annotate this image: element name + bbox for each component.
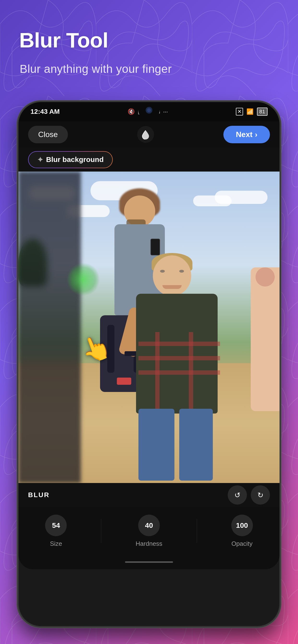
- toolbar: Close Next ›: [19, 121, 279, 148]
- x-mark-icon: ✕: [236, 108, 243, 116]
- close-button[interactable]: Close: [28, 126, 68, 143]
- person2-eye-left: [160, 270, 165, 273]
- bottom-action-bar: BLUR ↺ ↻: [19, 483, 279, 507]
- next-label: Next: [236, 130, 252, 139]
- page-title: Blur Tool: [19, 29, 108, 52]
- photo-area[interactable]: 👆: [19, 172, 279, 483]
- home-bar: [19, 555, 279, 569]
- size-slider[interactable]: 54 Size: [45, 514, 67, 548]
- person2-head: [153, 256, 191, 296]
- redo-icon: ↻: [257, 491, 263, 499]
- person2-eye-right: [179, 270, 184, 273]
- size-value: 54: [45, 514, 67, 536]
- blur-background-label: Blur background: [46, 156, 104, 164]
- next-button[interactable]: Next ›: [223, 126, 270, 143]
- hardness-value: 40: [138, 514, 160, 536]
- opacity-slider[interactable]: 100 Opacity: [231, 514, 253, 548]
- battery-level: 81: [259, 108, 265, 114]
- plaid-stripe-h3: [138, 370, 220, 375]
- battery-icon: 81: [257, 108, 267, 116]
- droplet-icon[interactable]: [137, 126, 154, 143]
- photo-background: 👆: [19, 172, 279, 483]
- status-time: 12:43 AM: [31, 108, 60, 116]
- sparkle-icon: ✦: [37, 156, 43, 164]
- hardness-label: Hardness: [135, 540, 162, 548]
- front-camera: [146, 107, 152, 114]
- next-arrow-icon: ›: [255, 130, 257, 139]
- blur-mode-label: BLUR: [28, 491, 50, 499]
- person2-jeans-left: [138, 409, 175, 480]
- phone-frame: 12:43 AM 🔇 ▣ 🔔 ⊞ ··· ✕ 📶 81: [17, 100, 281, 628]
- home-bar-line: [125, 561, 173, 563]
- power-button[interactable]: [280, 186, 281, 215]
- redo-button[interactable]: ↻: [251, 486, 270, 504]
- person3-head-partial: [255, 268, 275, 286]
- volume-down-button[interactable]: [17, 198, 18, 217]
- undo-icon: ↺: [234, 491, 240, 499]
- person2-jeans-right: [179, 409, 213, 480]
- person2-body: [136, 294, 218, 414]
- plaid-stripe-h2: [138, 356, 220, 360]
- person-3-partial: [251, 268, 279, 411]
- status-right-icons: ✕ 📶 81: [236, 108, 267, 116]
- action-buttons: ↺ ↻: [228, 486, 270, 504]
- page-subtitle: Blur anything with your finger: [20, 62, 172, 76]
- sliders-bar: 54 Size 40 Hardness 100 Opacity: [19, 507, 279, 555]
- blur-background-button[interactable]: ✦ Blur background: [28, 151, 113, 168]
- phone-in-hand: [151, 238, 160, 256]
- wifi-icon: 📶: [246, 108, 254, 115]
- volume-up-button[interactable]: [17, 174, 18, 193]
- person-2: [134, 256, 225, 483]
- green-glow-effect: [66, 262, 100, 296]
- opacity-value: 100: [231, 514, 253, 536]
- blur-overlay: [19, 172, 81, 483]
- camera-notch: [138, 102, 160, 118]
- phone-mockup: 12:43 AM 🔇 ▣ 🔔 ⊞ ··· ✕ 📶 81: [17, 100, 281, 628]
- size-label: Size: [50, 540, 62, 548]
- hardness-slider[interactable]: 40 Hardness: [135, 514, 162, 548]
- options-bar: ✦ Blur background: [19, 148, 279, 172]
- more-dots-icon: ···: [163, 108, 168, 115]
- person2-mouth: [163, 285, 182, 289]
- status-bar: 12:43 AM 🔇 ▣ 🔔 ⊞ ··· ✕ 📶 81: [19, 102, 279, 121]
- cloud-5: [193, 196, 232, 206]
- divider-1: [101, 519, 101, 543]
- opacity-label: Opacity: [231, 540, 252, 548]
- plaid-stripe-h1: [138, 342, 220, 346]
- divider-2: [197, 519, 197, 543]
- undo-button[interactable]: ↺: [228, 486, 247, 504]
- backpack-patch: [117, 378, 131, 385]
- mute-icon: 🔇: [128, 108, 135, 115]
